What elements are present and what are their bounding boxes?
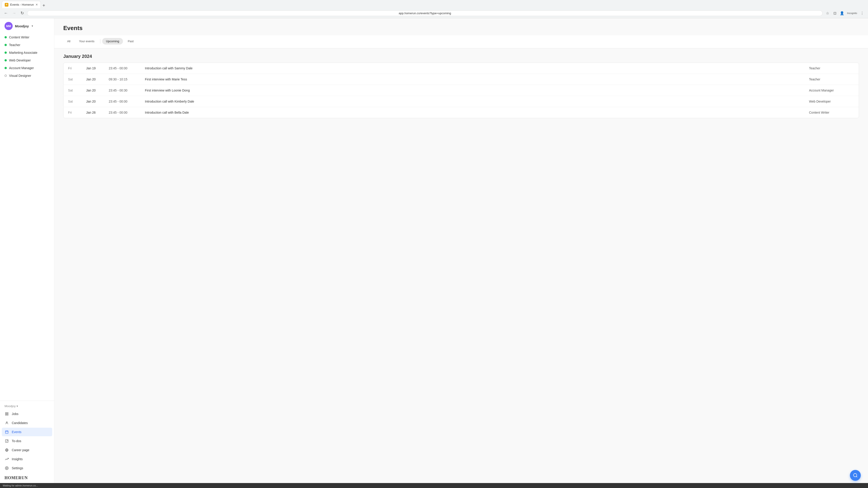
job-name: Teacher (9, 43, 20, 47)
event-time: 23:45 - 00:00 (109, 100, 145, 103)
events-table: Fri Jan 19 23:45 - 00:00 Introduction ca… (63, 63, 859, 118)
url-text: app.homerun.co/events?type=upcoming (399, 11, 451, 15)
new-tab-button[interactable]: + (41, 3, 47, 8)
org-section: Moodjoy ▾ (0, 402, 54, 410)
event-title: First interview with Marie Tess (145, 77, 809, 81)
job-name: Visual Designer (9, 74, 31, 77)
filter-separator (100, 39, 100, 43)
status-text: Waiting for admin.homerun.co... (3, 484, 38, 487)
svg-rect-5 (5, 431, 8, 433)
sidebar-item-settings[interactable]: Settings (2, 464, 52, 473)
grid-icon (4, 412, 9, 416)
event-job: Teacher (809, 77, 854, 81)
job-item-marketing-associate[interactable]: Marketing Associate (2, 49, 52, 56)
event-time: 09:30 - 10:15 (109, 77, 145, 81)
app-layout: MM Moodjoy ▾ Content Writer Teacher Mark… (0, 18, 868, 483)
event-row[interactable]: Sat Jan 20 23:45 - 00:30 First interview… (64, 85, 859, 96)
event-day: Fri (68, 66, 86, 70)
event-day: Sat (68, 100, 86, 103)
org-chevron-icon: ▾ (17, 404, 18, 408)
sidebar-footer: HOMERUN (0, 473, 54, 483)
svg-rect-1 (7, 413, 8, 414)
status-dot-active (4, 59, 7, 61)
job-name: Account Manager (9, 66, 34, 70)
event-date: Jan 26 (86, 111, 109, 114)
check-icon (4, 439, 9, 443)
event-row[interactable]: Sat Jan 20 09:30 - 10:15 First interview… (64, 74, 859, 85)
tab-title: Events - Homerun (10, 3, 34, 6)
status-dot-active (4, 67, 7, 69)
tabs-bar: H Events - Homerun × + (0, 0, 868, 8)
status-dot-active (4, 44, 7, 46)
gear-icon (4, 466, 9, 470)
filter-bar: All Your events Upcoming Past (54, 35, 868, 48)
address-actions: ☆ ⊡ 👤 Incognito ⋮ (825, 10, 865, 16)
sidebar-item-todos[interactable]: To-dos (2, 437, 52, 445)
tab-favicon: H (5, 3, 8, 6)
filter-past-button[interactable]: Past (124, 38, 137, 44)
filter-upcoming-button[interactable]: Upcoming (102, 38, 123, 44)
job-item-web-developer[interactable]: Web Developer (2, 57, 52, 64)
nav-label-career: Career page (12, 448, 29, 452)
sidebar-item-events[interactable]: Events (2, 428, 52, 436)
event-row[interactable]: Fri Jan 19 23:45 - 00:00 Introduction ca… (64, 63, 859, 74)
address-bar: ← → ↻ app.homerun.co/events?type=upcomin… (0, 8, 868, 18)
svg-rect-3 (7, 414, 8, 415)
svg-point-11 (6, 468, 7, 468)
nav-label-settings: Settings (12, 466, 23, 470)
job-item-visual-designer[interactable]: Visual Designer (2, 72, 52, 79)
company-name: Moodjoy (15, 24, 29, 28)
month-header: January 2024 (63, 54, 859, 59)
tab-close-button[interactable]: × (36, 3, 38, 6)
url-bar[interactable]: app.homerun.co/events?type=upcoming (27, 10, 823, 16)
menu-button[interactable]: ⋮ (859, 10, 865, 16)
job-item-account-manager[interactable]: Account Manager (2, 64, 52, 72)
chevron-down-icon: ▾ (32, 24, 33, 28)
job-name: Marketing Associate (9, 51, 37, 55)
nav-label-events: Events (12, 430, 22, 434)
active-tab[interactable]: H Events - Homerun × (2, 1, 41, 8)
event-date: Jan 20 (86, 77, 109, 81)
event-date: Jan 19 (86, 66, 109, 70)
sidebar-item-candidates[interactable]: Candidates (2, 419, 52, 427)
event-job: Account Manager (809, 89, 854, 92)
svg-rect-2 (5, 414, 6, 415)
nav-label-todos: To-dos (12, 439, 21, 443)
avatar: MM (4, 22, 13, 30)
job-name: Web Developer (9, 59, 31, 62)
sidebar-item-career[interactable]: Career page (2, 446, 52, 454)
sidebar-item-jobs[interactable]: Jobs (2, 410, 52, 418)
event-day: Sat (68, 77, 86, 81)
forward-button[interactable]: → (11, 10, 17, 16)
sidebar-nav: Jobs Candidates Events (0, 410, 54, 473)
support-button[interactable] (850, 470, 861, 481)
nav-label-jobs: Jobs (12, 412, 19, 416)
status-dot-active (4, 36, 7, 38)
chart-icon (4, 457, 9, 461)
sidebar-item-insights[interactable]: Insights (2, 455, 52, 463)
split-view-button[interactable]: ⊡ (832, 10, 838, 16)
event-job: Teacher (809, 66, 854, 70)
calendar-icon (4, 430, 9, 434)
job-item-content-writer[interactable]: Content Writer (2, 34, 52, 41)
reload-button[interactable]: ↻ (19, 10, 25, 16)
person-icon (4, 421, 9, 425)
event-date: Jan 20 (86, 89, 109, 92)
back-button[interactable]: ← (3, 10, 9, 16)
event-day: Sat (68, 89, 86, 92)
filter-your-events-button[interactable]: Your events (75, 38, 98, 44)
event-day: Fri (68, 111, 86, 114)
job-item-teacher[interactable]: Teacher (2, 41, 52, 48)
event-time: 23:45 - 00:00 (109, 111, 145, 114)
browser-chrome: H Events - Homerun × + ← → ↻ app.homerun… (0, 0, 868, 18)
main-content: Events All Your events Upcoming Past Jan… (54, 18, 868, 483)
filter-all-button[interactable]: All (63, 38, 74, 44)
event-row[interactable]: Sat Jan 20 23:45 - 00:00 Introduction ca… (64, 96, 859, 107)
profile-button[interactable]: 👤 (839, 10, 845, 16)
page-title: Events (63, 25, 859, 32)
event-job: Content Writer (809, 111, 854, 114)
bookmark-button[interactable]: ☆ (825, 10, 831, 16)
event-row[interactable]: Fri Jan 26 23:45 - 00:00 Introduction ca… (64, 107, 859, 118)
search-icon (853, 473, 858, 478)
sidebar: MM Moodjoy ▾ Content Writer Teacher Mark… (0, 18, 54, 483)
